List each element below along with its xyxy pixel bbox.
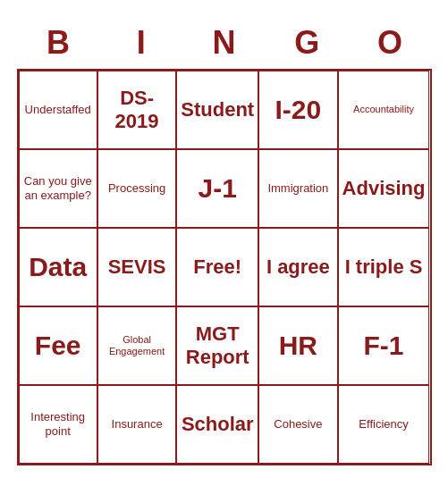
bingo-cell-13: I agree bbox=[258, 228, 337, 306]
bingo-cell-19: F-1 bbox=[338, 306, 430, 385]
bingo-letter-o: O bbox=[349, 21, 432, 65]
bingo-cell-6: Processing bbox=[97, 149, 176, 228]
bingo-letter-g: G bbox=[266, 21, 349, 65]
cell-text-20: Interesting point bbox=[23, 410, 93, 438]
cell-text-13: I agree bbox=[266, 256, 330, 279]
bingo-cell-4: Accountability bbox=[338, 71, 430, 149]
cell-text-14: I triple S bbox=[345, 256, 423, 279]
bingo-cell-14: I triple S bbox=[338, 228, 430, 306]
cell-text-24: Efficiency bbox=[359, 417, 408, 432]
bingo-cell-9: Advising bbox=[338, 149, 430, 228]
cell-text-19: F-1 bbox=[364, 330, 404, 362]
bingo-cell-22: Scholar bbox=[176, 385, 258, 464]
cell-text-10: Data bbox=[29, 251, 87, 283]
bingo-cell-11: SEVIS bbox=[97, 228, 176, 306]
cell-text-18: HR bbox=[279, 330, 317, 362]
bingo-cell-12: Free! bbox=[176, 228, 258, 306]
cell-text-22: Scholar bbox=[182, 413, 254, 436]
cell-text-9: Advising bbox=[342, 177, 426, 200]
cell-text-4: Accountability bbox=[353, 104, 414, 115]
cell-text-7: J-1 bbox=[199, 172, 237, 205]
cell-text-5: Can you give an example? bbox=[23, 174, 93, 202]
cell-text-17: MGT Report bbox=[181, 323, 254, 370]
bingo-cell-23: Cohesive bbox=[258, 385, 337, 464]
bingo-grid: UnderstaffedDS-2019StudentI-20Accountabi… bbox=[17, 69, 432, 465]
bingo-cell-5: Can you give an example? bbox=[19, 149, 97, 228]
cell-text-2: Student bbox=[181, 98, 254, 122]
cell-text-11: SEVIS bbox=[108, 256, 166, 279]
bingo-cell-7: J-1 bbox=[176, 149, 258, 228]
bingo-letter-b: B bbox=[17, 21, 100, 65]
bingo-letter-i: I bbox=[99, 21, 182, 65]
bingo-cell-8: Immigration bbox=[258, 149, 337, 228]
cell-text-3: I-20 bbox=[275, 94, 322, 126]
bingo-cell-3: I-20 bbox=[258, 71, 337, 149]
bingo-cell-10: Data bbox=[19, 228, 97, 306]
cell-text-15: Fee bbox=[35, 330, 81, 362]
cell-text-6: Processing bbox=[108, 181, 165, 196]
bingo-cell-2: Student bbox=[176, 71, 258, 149]
bingo-header: BINGO bbox=[17, 21, 432, 65]
bingo-cell-15: Fee bbox=[19, 306, 97, 385]
bingo-cell-18: HR bbox=[258, 306, 337, 385]
cell-text-12: Free! bbox=[193, 256, 241, 279]
bingo-cell-21: Insurance bbox=[97, 385, 176, 464]
bingo-card: BINGO UnderstaffedDS-2019StudentI-20Acco… bbox=[10, 13, 439, 473]
bingo-cell-20: Interesting point bbox=[19, 385, 97, 464]
bingo-cell-16: Global Engagement bbox=[97, 306, 176, 385]
bingo-cell-1: DS-2019 bbox=[97, 71, 176, 149]
cell-text-21: Insurance bbox=[112, 417, 163, 432]
cell-text-0: Understaffed bbox=[25, 103, 91, 117]
bingo-cell-17: MGT Report bbox=[176, 306, 258, 385]
bingo-letter-n: N bbox=[182, 21, 266, 65]
bingo-cell-0: Understaffed bbox=[19, 71, 97, 149]
cell-text-23: Cohesive bbox=[274, 417, 322, 432]
cell-text-8: Immigration bbox=[267, 181, 328, 196]
bingo-cell-24: Efficiency bbox=[338, 385, 430, 464]
cell-text-1: DS-2019 bbox=[102, 87, 172, 134]
cell-text-16: Global Engagement bbox=[102, 334, 172, 357]
